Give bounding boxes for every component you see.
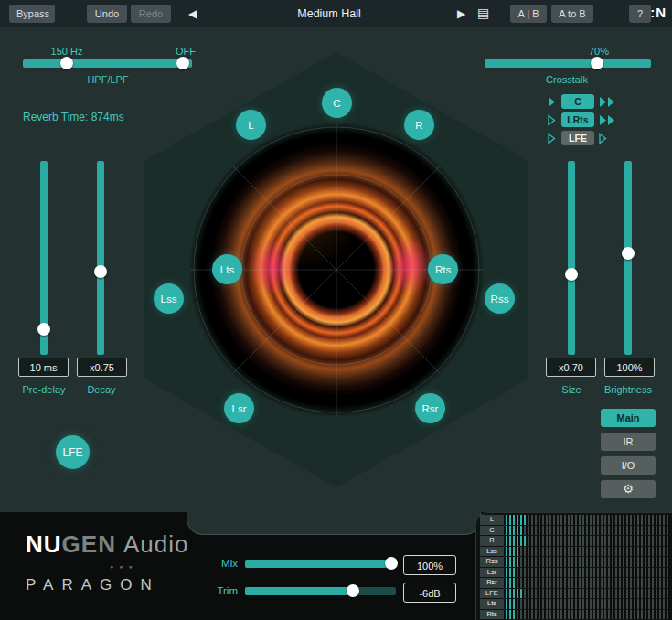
channel-node-lts[interactable]: Lts <box>212 254 242 284</box>
mix-label: Mix <box>207 558 238 569</box>
meter-row: Rss <box>480 557 670 567</box>
decay-handle[interactable] <box>94 265 107 278</box>
meter-bar <box>506 557 670 567</box>
nugen-logo-icon: :N <box>650 5 667 20</box>
meter-row: Rts <box>480 610 670 620</box>
meter-bar <box>506 589 670 599</box>
view-tab-main[interactable]: Main <box>601 409 656 427</box>
hpf-lpf-slider[interactable] <box>23 59 192 68</box>
meter-segments <box>506 526 670 536</box>
trim-handle[interactable] <box>347 584 359 597</box>
routing-row-lfe: LFE <box>547 130 660 146</box>
preset-name[interactable]: Medium Hall <box>229 7 430 20</box>
routing-button-lrts[interactable]: LRts <box>561 112 594 127</box>
channel-node-rsr[interactable]: Rsr <box>415 393 445 423</box>
hpf-value-label: 150 Hz <box>39 46 94 57</box>
meter-bar <box>506 515 670 525</box>
bottom-bar: NUGENAudio ●●● PARAGON Mix 100% Trim -6d… <box>0 512 672 620</box>
meter-bar <box>506 578 670 588</box>
meter-row: L <box>480 515 670 525</box>
hpf-handle[interactable] <box>60 57 73 69</box>
brightness-value[interactable]: 100% <box>604 358 655 377</box>
next-preset-icon[interactable]: ▶ <box>457 6 465 21</box>
meter-row: Lss <box>480 547 670 557</box>
meter-label: Lsr <box>480 568 504 578</box>
mix-slider[interactable] <box>245 560 396 568</box>
channel-node-r[interactable]: R <box>404 110 434 140</box>
undo-button[interactable]: Undo <box>87 5 127 23</box>
meter-bar <box>506 568 670 578</box>
trim-label: Trim <box>207 585 238 596</box>
meter-segments <box>506 599 670 609</box>
mix-handle[interactable] <box>385 557 398 570</box>
channel-node-lsr[interactable]: Lsr <box>224 393 254 423</box>
meter-row: Rsr <box>480 578 670 588</box>
routing-row-lrts: LRts <box>547 112 660 128</box>
meter-label: LFE <box>480 589 504 599</box>
meter-label: Rts <box>480 610 504 620</box>
top-toolbar: Bypass Undo Redo ◀ Medium Hall ▶ ▤ A | B… <box>0 0 672 27</box>
meter-segments <box>506 610 670 620</box>
brightness-slider[interactable] <box>624 161 632 355</box>
redo-button[interactable]: Redo <box>131 5 171 23</box>
paragon-plugin-window: Bypass Undo Redo ◀ Medium Hall ▶ ▤ A | B… <box>0 0 672 620</box>
view-tab-ir[interactable]: IR <box>601 433 656 451</box>
decay-label: Decay <box>65 384 138 395</box>
trim-value[interactable]: -6dB <box>403 583 456 603</box>
pre-delay-value[interactable]: 10 ms <box>18 358 69 377</box>
settings-gear-button[interactable]: ⚙ <box>601 480 656 498</box>
channel-node-lfe[interactable]: LFE <box>56 435 90 469</box>
meter-row: Lsr <box>480 568 670 578</box>
route-in-chevron-icon[interactable] <box>547 133 557 144</box>
channel-node-lss[interactable]: Lss <box>154 283 184 314</box>
meter-label: C <box>480 526 504 536</box>
lpf-handle[interactable] <box>176 57 189 69</box>
crosstalk-slider[interactable] <box>485 59 651 68</box>
view-tab-io[interactable]: I/O <box>601 456 656 475</box>
meter-bar <box>506 599 670 609</box>
meter-label: Lss <box>480 547 504 557</box>
crosstalk-handle[interactable] <box>591 57 603 69</box>
previous-preset-icon[interactable]: ◀ <box>188 6 197 21</box>
routing-button-lfe[interactable]: LFE <box>561 131 594 145</box>
mix-value[interactable]: 100% <box>403 555 456 575</box>
meter-bar <box>506 536 670 546</box>
bypass-button[interactable]: Bypass <box>9 5 55 23</box>
channel-node-l[interactable]: L <box>236 110 266 140</box>
route-out-chevron-icon[interactable] <box>599 114 617 126</box>
meter-label: Lts <box>480 599 504 609</box>
a-to-b-button[interactable]: A to B <box>551 5 593 23</box>
route-in-chevron-icon[interactable] <box>547 96 557 108</box>
size-handle[interactable] <box>565 268 578 281</box>
decay-slider[interactable] <box>97 161 104 355</box>
preset-menu-icon[interactable]: ▤ <box>477 5 489 20</box>
meter-bar <box>506 526 670 536</box>
meter-segments <box>506 568 670 578</box>
route-out-chevron-icon[interactable] <box>599 133 617 144</box>
size-slider[interactable] <box>568 161 575 355</box>
meter-row: R <box>480 536 670 546</box>
brightness-handle[interactable] <box>622 247 635 260</box>
meter-segments <box>506 547 670 557</box>
panel-curve-connector <box>187 512 481 535</box>
help-button[interactable]: ? <box>629 5 651 23</box>
crosstalk-value-label: 70% <box>571 46 626 57</box>
pre-delay-slider[interactable] <box>40 161 48 355</box>
product-name: PARAGON <box>26 576 160 594</box>
decay-value[interactable]: x0.75 <box>77 358 127 377</box>
pre-delay-handle[interactable] <box>37 323 50 336</box>
meter-bar <box>506 610 670 620</box>
channel-node-rss[interactable]: Rss <box>485 283 515 314</box>
size-value[interactable]: x0.70 <box>546 358 596 377</box>
channel-node-rts[interactable]: Rts <box>428 254 458 284</box>
channel-node-c[interactable]: C <box>322 88 352 118</box>
meter-row: C <box>480 526 670 536</box>
meter-label: Rss <box>480 557 504 567</box>
trim-slider[interactable] <box>245 587 396 595</box>
lpf-value-label: OFF <box>158 46 213 57</box>
routing-button-c[interactable]: C <box>561 94 594 109</box>
output-meters-panel: L C R Lss Rss Lsr Rsr LFE Lts Rts <box>475 512 672 620</box>
ab-compare-button[interactable]: A | B <box>510 5 547 23</box>
route-out-chevron-icon[interactable] <box>599 96 617 108</box>
route-in-chevron-icon[interactable] <box>547 114 557 126</box>
